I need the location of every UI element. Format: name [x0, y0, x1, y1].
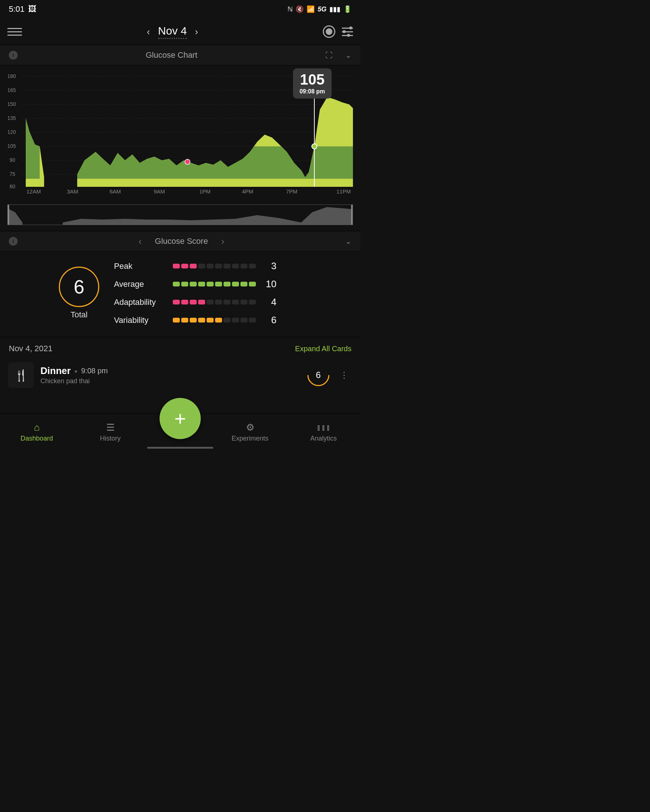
menu-button[interactable] — [8, 28, 22, 36]
score-collapse-button[interactable]: ⌄ — [345, 237, 351, 246]
glucose-chart[interactable]: 180 165 150 135 120 105 90 75 60 12AM 3A… — [0, 66, 360, 201]
svg-text:90: 90 — [9, 157, 15, 163]
tooltip-value: 105 — [300, 72, 325, 87]
svg-text:60: 60 — [9, 183, 15, 189]
card-menu-button[interactable]: ⋮ — [336, 370, 352, 380]
minimap-left-handle[interactable] — [8, 205, 9, 225]
svg-text:9AM: 9AM — [154, 188, 165, 194]
metric-pills — [173, 264, 256, 269]
svg-text:135: 135 — [8, 115, 16, 121]
nav-analytics[interactable]: ⫾⫾⫾ Analytics — [294, 422, 353, 443]
add-button[interactable]: + — [160, 398, 201, 439]
svg-text:3AM: 3AM — [67, 188, 78, 194]
svg-text:1PM: 1PM — [199, 188, 211, 194]
svg-rect-18 — [26, 179, 44, 187]
prev-day-button[interactable]: ‹ — [147, 26, 150, 38]
glucose-score-panel: 6 Total Peak3Average10Adaptability4Varia… — [0, 252, 360, 337]
metric-label: Variability — [114, 316, 165, 325]
meal-title: Dinner — [40, 365, 70, 377]
sliders-icon: ⚙ — [246, 422, 255, 433]
top-bar: ‹ Nov 4 › — [0, 18, 360, 45]
metric-label: Adaptability — [114, 298, 165, 307]
picture-icon: 🖼 — [28, 5, 37, 14]
svg-text:6AM: 6AM — [110, 188, 121, 194]
record-button[interactable] — [323, 25, 335, 38]
nfc-icon: ℕ — [287, 5, 293, 13]
mute-icon: 🔇 — [296, 5, 304, 13]
bullet-separator: ● — [74, 368, 77, 374]
svg-point-22 — [312, 144, 317, 149]
meal-subtitle: Chicken pad thai — [40, 377, 301, 385]
total-label: Total — [70, 310, 87, 320]
expand-all-button[interactable]: Expand All Cards — [295, 345, 351, 353]
metric-value: 4 — [263, 296, 276, 308]
next-day-button[interactable]: › — [195, 26, 198, 38]
total-score-value: 6 — [74, 276, 85, 298]
battery-icon: 🔋 — [343, 5, 351, 13]
home-icon: ⌂ — [34, 422, 40, 433]
svg-text:75: 75 — [9, 171, 15, 177]
metric-variability: Variability6 — [114, 314, 346, 326]
metric-value: 3 — [263, 260, 276, 272]
meal-score-ring: 6 — [303, 360, 334, 391]
glucose-score-title: Glucose Score — [155, 237, 208, 246]
metric-label: Average — [114, 279, 165, 289]
score-next-button[interactable]: › — [221, 236, 224, 247]
tooltip-time: 09:08 pm — [300, 88, 325, 95]
list-icon: ☰ — [106, 422, 115, 433]
metric-pills — [173, 282, 256, 287]
svg-text:7PM: 7PM — [286, 188, 298, 194]
svg-text:105: 105 — [8, 143, 16, 149]
nav-history-label: History — [100, 435, 121, 443]
home-indicator[interactable] — [147, 447, 213, 449]
svg-point-20 — [185, 159, 190, 164]
utensils-icon: 🍴 — [8, 362, 34, 388]
svg-rect-19 — [77, 179, 353, 187]
minimap-right-handle[interactable] — [351, 205, 352, 225]
metric-pills — [173, 300, 256, 304]
info-icon[interactable]: i — [9, 51, 18, 60]
chart-tooltip: 105 09:08 pm — [293, 69, 332, 99]
glucose-score-header: i ‹ Glucose Score › ⌄ — [0, 231, 360, 252]
nav-experiments[interactable]: ⚙ Experiments — [221, 422, 279, 443]
bars-icon: ⫾⫾⫾ — [317, 422, 331, 433]
meal-card[interactable]: 🍴 Dinner ● 9:08 pm Chicken pad thai 6 ⋮ — [0, 360, 360, 390]
metric-value: 10 — [263, 278, 276, 290]
nav-dashboard-label: Dashboard — [21, 435, 53, 443]
nav-history[interactable]: ☰ History — [81, 422, 140, 443]
svg-text:120: 120 — [8, 129, 16, 135]
status-bar: 5:01 🖼 ℕ 🔇 📶 5G ▮▮▮ 🔋 — [0, 0, 360, 18]
glucose-chart-title: Glucose Chart — [23, 50, 319, 60]
svg-text:11PM: 11PM — [336, 188, 351, 194]
glucose-chart-header: i Glucose Chart ⛶ ⌄ — [0, 45, 360, 66]
fullscreen-button[interactable]: ⛶ — [325, 51, 333, 60]
clock: 5:01 — [9, 5, 24, 14]
svg-text:180: 180 — [8, 73, 16, 79]
svg-text:4PM: 4PM — [242, 188, 253, 194]
metric-label: Peak — [114, 261, 165, 271]
score-prev-button[interactable]: ‹ — [139, 236, 142, 247]
svg-text:12AM: 12AM — [26, 188, 41, 194]
collapse-button[interactable]: ⌄ — [345, 51, 351, 60]
meal-time: 9:08 pm — [81, 367, 108, 375]
nav-analytics-label: Analytics — [310, 435, 337, 443]
info-icon[interactable]: i — [9, 237, 18, 246]
metric-average: Average10 — [114, 278, 346, 290]
chart-minimap[interactable] — [8, 205, 353, 225]
date-title[interactable]: Nov 4 — [158, 24, 187, 39]
cards-header: Nov 4, 2021 Expand All Cards — [0, 337, 360, 360]
nav-experiments-label: Experiments — [232, 435, 269, 443]
metric-adaptability: Adaptability4 — [114, 296, 346, 308]
settings-button[interactable] — [342, 27, 353, 36]
metric-value: 6 — [263, 314, 276, 326]
cards-date: Nov 4, 2021 — [9, 344, 53, 353]
metric-peak: Peak3 — [114, 260, 346, 272]
svg-text:165: 165 — [8, 87, 16, 93]
svg-text:150: 150 — [8, 101, 16, 107]
total-score-ring: 6 — [59, 267, 99, 307]
meal-score-value: 6 — [316, 370, 320, 380]
metric-pills — [173, 318, 256, 322]
network-type: 5G — [317, 6, 327, 13]
nav-dashboard[interactable]: ⌂ Dashboard — [8, 422, 66, 443]
signal-icon: ▮▮▮ — [330, 5, 340, 13]
